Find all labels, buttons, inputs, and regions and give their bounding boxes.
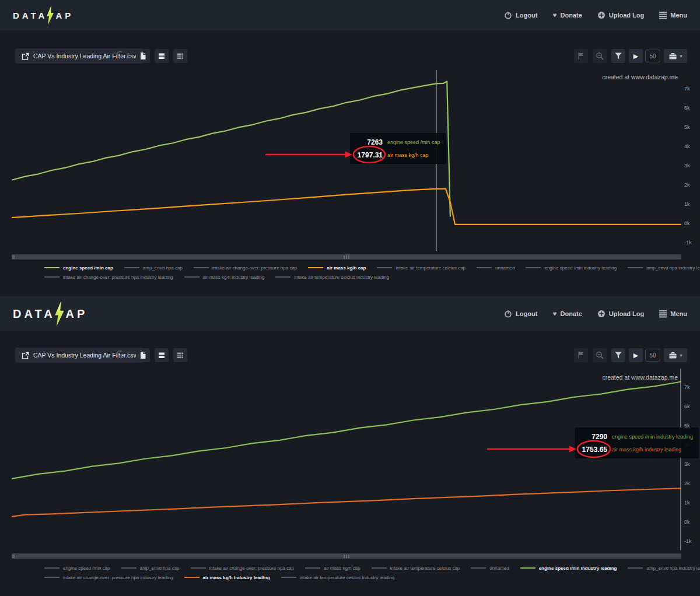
- y-tick-label: 7k: [684, 86, 690, 92]
- menu-button[interactable]: Menu: [659, 310, 687, 318]
- chart-area[interactable]: [12, 70, 681, 251]
- legend-item[interactable]: air mass kg/h industry leading: [184, 575, 270, 580]
- y-tick-label: 3k: [684, 163, 690, 169]
- app-header: DATA AP Logout ♥ Donate Upload Log Menu: [0, 0, 700, 30]
- screenshot-panel-industry: DATA AP Logout ♥ Donate Upload Log Menu: [0, 295, 700, 596]
- tooltip-row: 1797.31 air mass kg/h cap: [356, 150, 440, 159]
- toolbox-dropdown-button[interactable]: ▾: [664, 348, 687, 362]
- legend-item[interactable]: intake air change-over: pressure hpa cap: [194, 265, 297, 271]
- zoom-out-icon: [596, 52, 604, 60]
- legend-item[interactable]: intake air change-over: pressure hpa ind…: [44, 275, 173, 280]
- legend-item[interactable]: engine speed /min industry leading: [520, 566, 617, 571]
- zoom-out-button[interactable]: [593, 49, 607, 63]
- range-scrollbar[interactable]: [12, 553, 681, 559]
- range-scrollbar[interactable]: [12, 254, 681, 260]
- nav-label: Upload Log: [609, 12, 645, 19]
- row-count-input[interactable]: [645, 50, 660, 62]
- legend-swatch: [275, 276, 290, 278]
- legend-item[interactable]: engine speed /min industry leading: [526, 265, 617, 271]
- upload-log-button[interactable]: Upload Log: [597, 11, 645, 19]
- power-icon: [504, 310, 512, 318]
- tooltip-series-label: engine speed /min industry leading: [612, 434, 693, 440]
- play-button[interactable]: ▶: [629, 49, 643, 63]
- nav-label: Menu: [670, 310, 687, 317]
- legend-item[interactable]: air mass kg/h cap: [308, 265, 366, 271]
- legend-item[interactable]: unnamed: [477, 265, 514, 271]
- flag-icon: [577, 351, 585, 359]
- refresh-dropdown[interactable]: ▾: [116, 50, 130, 58]
- legend-item[interactable]: air mass kg/h industry leading: [184, 275, 265, 280]
- file-view-button[interactable]: [136, 49, 150, 63]
- chart-tooltip: 7290 engine speed /min industry leading …: [575, 427, 699, 458]
- legend-label: engine speed /min industry leading: [539, 566, 617, 571]
- heart-icon: ♥: [552, 12, 556, 19]
- y-tick-label: 0k: [684, 220, 690, 226]
- app-header: DATA AP Logout ♥ Donate Upload Log Menu: [0, 296, 700, 331]
- legend-label: intake air change-over: pressure hpa ind…: [63, 575, 173, 580]
- legend-label: engine speed /min industry leading: [544, 265, 617, 271]
- legend-item[interactable]: unnamed: [471, 566, 509, 571]
- tooltip-value: 7263: [356, 138, 383, 146]
- tooltip-row: 7263 engine speed /min cap: [356, 138, 440, 146]
- filter-button[interactable]: [611, 348, 625, 362]
- legend-item[interactable]: intake air change-over: pressure hpa ind…: [44, 575, 173, 580]
- tooltip-value: 1753.65: [580, 446, 607, 454]
- legend-item[interactable]: engine speed /min cap: [44, 566, 110, 571]
- tooltip-row: 7290 engine speed /min industry leading: [580, 432, 693, 441]
- zoom-out-button[interactable]: [593, 348, 607, 362]
- legend-item[interactable]: amp_envd hpa industry leading: [628, 566, 700, 571]
- legend-item[interactable]: intake air temperature celcius industry …: [275, 275, 389, 280]
- header-nav: Logout ♥ Donate Upload Log Menu: [504, 310, 687, 318]
- file-view-button[interactable]: [136, 348, 150, 362]
- logout-button[interactable]: Logout: [504, 310, 537, 318]
- y-tick-label: 1k: [684, 201, 690, 207]
- chart-area[interactable]: [12, 369, 681, 550]
- play-button[interactable]: ▶: [629, 348, 643, 362]
- menu-button[interactable]: Menu: [659, 11, 687, 19]
- layout-view-button[interactable]: [155, 348, 169, 362]
- donate-button[interactable]: ♥ Donate: [552, 12, 582, 19]
- datazap-logo[interactable]: DATA AP: [13, 5, 74, 25]
- y-axis: 7k6k5k4k3k2k1k0k-1k: [684, 369, 699, 550]
- legend-item[interactable]: intake air temperature celcius cap: [377, 265, 466, 271]
- flag-button[interactable]: [574, 49, 588, 63]
- header-nav: Logout ♥ Donate Upload Log Menu: [504, 11, 687, 19]
- legend-swatch: [121, 567, 136, 569]
- legend-item[interactable]: amp_envd hpa cap: [124, 265, 183, 271]
- scrollbar-grip[interactable]: [342, 555, 351, 558]
- legend-item[interactable]: amp_envd hpa cap: [121, 566, 180, 571]
- row-count-input[interactable]: [645, 349, 660, 362]
- upload-log-button[interactable]: Upload Log: [597, 310, 645, 318]
- filter-button[interactable]: [611, 49, 625, 63]
- flag-button[interactable]: [574, 348, 588, 362]
- toolbox-dropdown-button[interactable]: ▾: [664, 49, 687, 63]
- legend-item[interactable]: amp_envd hpa industry leading: [628, 265, 700, 271]
- layout-view-button[interactable]: [155, 49, 169, 63]
- logout-button[interactable]: Logout: [504, 11, 537, 19]
- legend-item[interactable]: intake air change-over: pressure hpa cap: [191, 566, 294, 571]
- table-view-button[interactable]: [173, 49, 187, 63]
- legend-item[interactable]: air mass kg/h cap: [305, 566, 360, 571]
- table-icon: [176, 52, 184, 60]
- legend-swatch: [281, 577, 296, 578]
- tooltip-series-label: engine speed /min cap: [387, 139, 440, 145]
- refresh-dropdown[interactable]: ▾: [116, 349, 130, 357]
- donate-button[interactable]: ♥ Donate: [552, 310, 582, 317]
- chevron-down-icon: ▾: [680, 54, 682, 59]
- chevron-down-icon: ▾: [127, 51, 130, 57]
- logo-text-right: AP: [55, 10, 74, 20]
- chart-toolbar: CAP Vs Industry Leading Air Filter.csv ▾…: [0, 48, 700, 64]
- tooltip-value: 7290: [580, 433, 607, 441]
- scrollbar-grip[interactable]: [342, 255, 351, 259]
- legend-item[interactable]: intake air temperature celcius cap: [372, 566, 460, 571]
- chart-legend: engine speed /min capamp_envd hpa capint…: [44, 263, 692, 282]
- table-view-button[interactable]: [173, 348, 187, 362]
- legend-swatch: [471, 567, 486, 569]
- legend-swatch: [184, 276, 200, 278]
- tooltip-series-label: air mass kg/h cap: [387, 152, 429, 158]
- datazap-logo[interactable]: DATA AP: [13, 301, 88, 327]
- legend-item[interactable]: engine speed /min cap: [44, 265, 113, 271]
- legend-item[interactable]: intake air temperature celcius industry …: [281, 575, 395, 580]
- legend-swatch: [44, 577, 60, 578]
- legend-label: intake air temperature celcius cap: [390, 566, 460, 571]
